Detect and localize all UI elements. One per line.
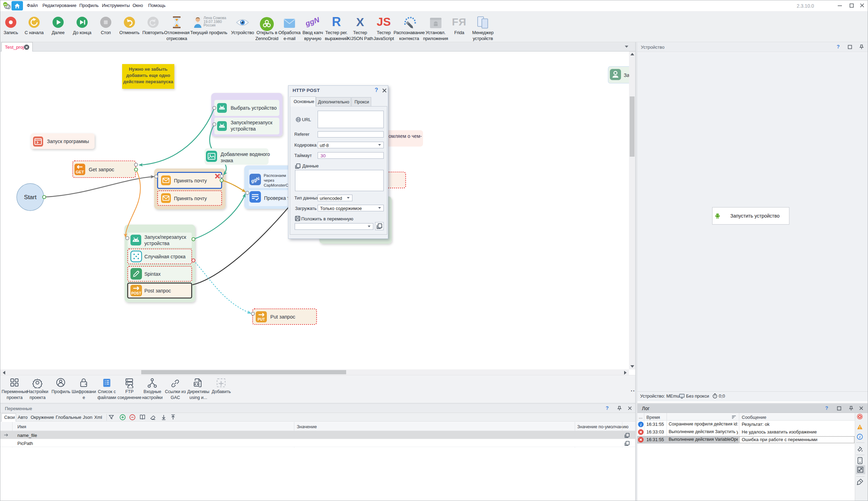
svg-text:PUT: PUT [258, 317, 265, 321]
svg-text:Запуск/перезапуск: Запуск/перезапуск [231, 120, 273, 125]
svg-text:действие перезапуска: действие перезапуска [123, 79, 173, 84]
svg-text:Принять почту: Принять почту [174, 178, 207, 183]
svg-text:Добавление водяного: Добавление водяного [221, 151, 270, 157]
svg-text:POST: POST [131, 291, 141, 295]
svg-text:i: i [859, 435, 861, 439]
svg-text:Нужно не забыть: Нужно не забыть [129, 66, 167, 72]
svg-text:Запуск/перезапуск: Запуск/перезапуск [144, 234, 186, 240]
svg-text:GET: GET [76, 170, 84, 174]
svg-text:устройства: устройства [231, 126, 256, 132]
svg-text:Put запрос: Put запрос [270, 314, 295, 320]
svg-text:через: через [264, 178, 274, 182]
svg-text:За: За [624, 72, 629, 78]
svg-text:Start: Start [24, 194, 37, 201]
svg-text:Запуск программы: Запуск программы [47, 139, 89, 144]
svg-text:Get запрос: Get запрос [89, 167, 114, 172]
svg-text:Распознаем: Распознаем [264, 173, 286, 178]
svg-text:www: www [296, 119, 300, 121]
svg-text:Принять почту: Принять почту [174, 196, 207, 201]
svg-text:добавить еще одно: добавить еще одно [126, 73, 170, 78]
svg-text:Spintax: Spintax [144, 271, 161, 277]
svg-text:омляем о чем-: омляем о чем- [389, 133, 422, 139]
svg-text:Post запрос: Post запрос [144, 288, 171, 293]
svg-text:устройства: устройства [144, 241, 169, 246]
svg-text:Выбрать устройство: Выбрать устройство [231, 105, 277, 111]
svg-text:знака: знака [221, 158, 233, 163]
svg-text:Случайная строка: Случайная строка [144, 254, 186, 259]
